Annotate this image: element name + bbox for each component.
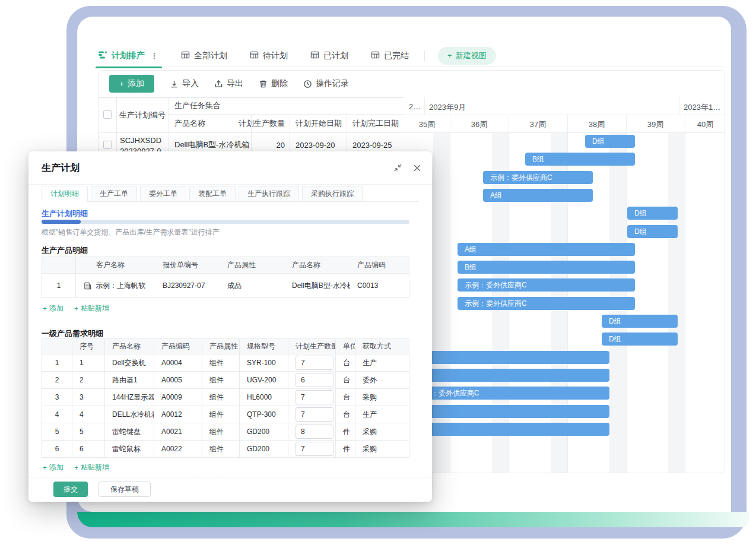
qty-input[interactable]: [296, 356, 333, 370]
progress-fill: [42, 220, 81, 224]
modal-tab-生产工单[interactable]: 生产工单: [91, 186, 137, 202]
new-view-button[interactable]: + 新建视图: [438, 47, 496, 65]
gantt-bar[interactable]: D组: [602, 315, 678, 328]
plus-icon: +: [74, 464, 78, 472]
gantt-bar[interactable]: B组: [410, 423, 609, 436]
header-checkbox[interactable]: [103, 110, 112, 119]
gantt-bar[interactable]: A组: [410, 369, 609, 382]
export-button[interactable]: 导出: [214, 78, 243, 89]
table-view-icon: [371, 50, 380, 61]
cell: [288, 441, 335, 457]
table2-actions: +添加 +粘贴新增: [43, 463, 109, 473]
weekend-stripe: [433, 132, 450, 473]
gantt-bar[interactable]: 示例：委外供应商C: [458, 297, 635, 310]
week-divider: [509, 115, 509, 473]
view-tab-finished[interactable]: 已完结: [371, 45, 409, 67]
view-tab-plan-scheduling[interactable]: 计划排产 ⋮: [98, 45, 158, 67]
cell-index: 1: [42, 274, 75, 297]
import-button[interactable]: 导入: [170, 78, 199, 89]
delete-button[interactable]: 删除: [259, 78, 288, 89]
modal-tab-采购执行跟踪[interactable]: 采购执行跟踪: [302, 186, 363, 202]
close-icon[interactable]: [413, 164, 421, 175]
gantt-bar[interactable]: A组: [483, 189, 593, 202]
add-row-button[interactable]: +添加: [43, 303, 63, 314]
header-cell: 单位: [335, 339, 355, 354]
cell: 路由器1: [104, 372, 154, 388]
gantt-bar[interactable]: D组: [585, 135, 635, 148]
gantt-bar[interactable]: 示例：委外供应商C: [458, 278, 635, 292]
qty-input[interactable]: [296, 442, 333, 456]
add-row-button[interactable]: +添加: [43, 463, 63, 473]
export-icon: [214, 80, 223, 88]
plan-detail-link[interactable]: 生产计划明细: [42, 208, 88, 219]
qty-input[interactable]: [296, 390, 333, 404]
page-root: 计划排产 ⋮ 全部计划 待计划 已计划 已完结 + 新建视图 +: [0, 0, 756, 551]
view-tab-planned[interactable]: 已计划: [310, 45, 348, 67]
cell: [288, 372, 335, 388]
cell: Dell交换机: [104, 354, 154, 371]
plus-icon: +: [447, 51, 452, 60]
cell: 采购: [355, 423, 409, 440]
view-tab-label: 计划排产: [112, 50, 145, 61]
gantt-week-label: 36周: [450, 119, 509, 130]
save-draft-button[interactable]: 保存草稿: [99, 482, 151, 497]
qty-input[interactable]: [296, 407, 333, 422]
modal-tab-计划明细[interactable]: 计划明细: [42, 186, 88, 202]
demand-detail-title: 一级产品需求明细: [42, 328, 103, 339]
view-tab-more-icon[interactable]: ⋮: [150, 51, 158, 61]
table-row: 33144HZ显示器A0009组件HL6000台采购: [42, 388, 409, 406]
view-tab-all-plans[interactable]: 全部计划: [181, 45, 227, 67]
modal-tab-委外工单[interactable]: 委外工单: [140, 186, 186, 202]
modal-header-divider: [28, 184, 432, 185]
cell: 台: [335, 372, 355, 388]
cell: 台: [335, 354, 355, 371]
cell: A0005: [154, 372, 202, 388]
gantt-bar[interactable]: D组: [627, 207, 678, 220]
table1-actions: +添加 +粘贴新增: [43, 303, 109, 314]
import-label: 导入: [182, 78, 199, 89]
gantt-bar[interactable]: 示例：委外供应商C: [410, 387, 609, 400]
column-header-plan-no: 生产计划编号: [116, 97, 169, 132]
product-detail-title: 生产产品明细: [42, 245, 88, 256]
cell: 组件: [202, 354, 239, 371]
header-cell: 产品编码: [154, 339, 202, 354]
cell: A0009: [154, 389, 202, 406]
add-button[interactable]: + 添加: [109, 75, 154, 93]
submit-button[interactable]: 提交: [53, 482, 88, 497]
view-tab-label: 已计划: [323, 50, 348, 61]
progress-track: [42, 220, 409, 224]
gantt-bar[interactable]: D组: [602, 332, 678, 346]
row-checkbox[interactable]: [103, 141, 112, 149]
export-label: 导出: [227, 78, 243, 89]
gantt-bar[interactable]: A组: [410, 405, 609, 418]
collapse-icon[interactable]: [393, 163, 402, 175]
table-header-row: 客户名称报价单编号产品属性产品名称产品编码: [42, 257, 409, 273]
cell-customer: 示例：上海帆软: [75, 274, 155, 297]
gantt-bar[interactable]: 示例：委外供应商C: [483, 171, 593, 184]
month-divider: [424, 97, 425, 115]
column-header-qty: 计划生产数量: [251, 115, 290, 132]
view-tab-pending[interactable]: 待计划: [250, 45, 288, 67]
paste-add-button[interactable]: +粘贴新增: [74, 303, 109, 314]
gantt-bar[interactable]: B组: [525, 153, 635, 166]
table-view-icon: [181, 50, 190, 61]
modal-tab-装配工单[interactable]: 装配工单: [189, 186, 236, 202]
tabbar-divider: [424, 50, 425, 61]
modal-tab-生产执行跟踪[interactable]: 生产执行跟踪: [239, 186, 299, 202]
cell: 台: [335, 389, 355, 406]
qty-input[interactable]: [296, 425, 333, 439]
cell: 组件: [202, 389, 239, 406]
operation-log-button[interactable]: 操作记录: [303, 78, 349, 89]
table-header-row: 序号产品名称产品编码产品属性规格型号计划生产数量单位获取方式: [42, 339, 409, 354]
gantt-bar[interactable]: A组: [458, 243, 635, 256]
gantt-bar[interactable]: D组: [627, 225, 678, 238]
gantt-bar[interactable]: B组: [410, 351, 609, 364]
qty-input[interactable]: [296, 373, 333, 387]
cell: 件: [335, 441, 355, 457]
gantt-bar[interactable]: B组: [458, 261, 635, 274]
header-cell: 产品名称: [104, 339, 154, 354]
gantt-pane: 202...2023年9月2023年10月35周36周37周38周39周40周D…: [404, 71, 725, 473]
cell: QTP-300: [239, 406, 288, 423]
paste-add-button[interactable]: +粘贴新增: [74, 463, 109, 473]
modal-tab-bar: 计划明细生产工单委外工单装配工单生产执行跟踪采购执行跟踪: [42, 186, 366, 202]
